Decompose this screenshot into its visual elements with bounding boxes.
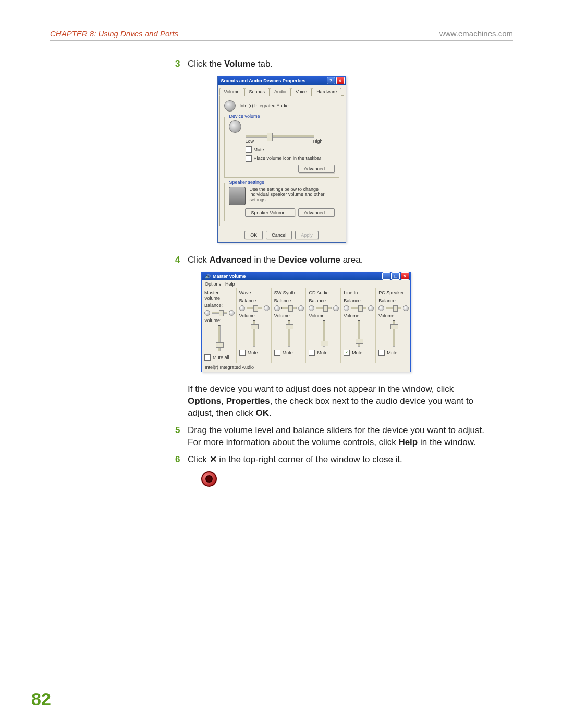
mixer-column: SW Synth Balance: Volume: Mute: [272, 288, 307, 363]
balance-slider[interactable]: [386, 307, 401, 309]
step-3-pre: Click the: [188, 59, 224, 69]
step-6-sym: ✕: [210, 454, 217, 464]
tab-hardware[interactable]: Hardware: [312, 88, 341, 96]
close-icon-2[interactable]: ×: [401, 272, 409, 280]
speaker-left-icon: [204, 310, 210, 316]
end-of-section-icon: [201, 471, 217, 487]
app-icon: 🔊: [205, 274, 211, 279]
step-5-b1: Help: [398, 437, 418, 447]
balance-slider[interactable]: [247, 307, 262, 309]
volume-slider[interactable]: [323, 320, 325, 347]
step-6-text: Click ✕ in the top-right corner of the w…: [188, 454, 402, 466]
note-b3: OK: [255, 408, 269, 418]
mute-label: Mute: [317, 350, 327, 355]
mute-label: Mute: [248, 350, 258, 355]
dialog2-title: Master Volume: [213, 274, 246, 279]
speaker-settings-legend: Speaker settings: [228, 180, 266, 185]
volume-label: Volume:: [274, 313, 304, 318]
tab-audio[interactable]: Audio: [270, 88, 291, 96]
mixer-column: Line In Balance: Volume: Mute: [341, 288, 376, 363]
apply-button[interactable]: Apply: [295, 231, 319, 239]
volume-slider[interactable]: [253, 320, 255, 347]
speaker-volume-button[interactable]: Speaker Volume...: [245, 208, 295, 217]
help-icon[interactable]: ?: [327, 77, 335, 84]
step-number-6: 6: [175, 454, 182, 466]
mute-checkbox[interactable]: Mute: [274, 350, 304, 356]
speaker-left-icon: [309, 305, 314, 311]
volume-slider[interactable]: [393, 320, 395, 347]
mute-checkbox[interactable]: Mute: [239, 350, 270, 356]
mute-label: Mute: [254, 147, 264, 152]
balance-label: Balance:: [239, 298, 270, 303]
step-note-text: If the device you want to adjust does no…: [188, 384, 488, 419]
volume-label: Volume:: [309, 313, 339, 318]
mute-label: Mute all: [213, 355, 229, 360]
menu-options[interactable]: Options: [205, 281, 221, 287]
mute-checkbox[interactable]: Mute: [309, 350, 339, 356]
balance-label: Balance:: [309, 298, 339, 303]
mute-checkbox[interactable]: Mute all: [204, 354, 235, 361]
mixer-column: PC Speaker Balance: Volume: Mute: [376, 288, 410, 363]
sounds-properties-dialog: Sounds and Audio Devices Properties ? × …: [217, 76, 346, 243]
device-advanced-button[interactable]: Advanced...: [298, 165, 335, 173]
ok-button[interactable]: OK: [244, 231, 263, 239]
mixer-column: Master Volume Balance: Volume: Mute all: [202, 288, 237, 363]
mixer-column: CD Audio Balance: Volume: Mute: [306, 288, 341, 363]
volume-icon: [224, 100, 236, 112]
note-b2: Properties: [226, 396, 270, 406]
volume-slider[interactable]: [218, 325, 221, 351]
page-number: 82: [31, 689, 51, 709]
speaker-right-icon: [229, 310, 235, 316]
device-name: Intel(r) Integrated Audio: [240, 103, 289, 108]
speaker-advanced-button[interactable]: Advanced...: [298, 208, 335, 217]
mixer-status: Intel(r) Integrated Audio: [202, 363, 410, 372]
balance-slider[interactable]: [212, 312, 227, 314]
speaker-right-icon: [333, 305, 339, 311]
balance-label: Balance:: [204, 303, 235, 308]
volume-label: Volume:: [378, 313, 409, 318]
mute-checkbox[interactable]: Mute: [344, 350, 374, 356]
step-4-mid: in the: [252, 255, 278, 265]
cancel-button[interactable]: Cancel: [266, 231, 292, 239]
note-pre: If the device you want to adjust does no…: [188, 384, 454, 394]
balance-label: Balance:: [274, 298, 304, 303]
mute-checkbox[interactable]: Mute: [246, 146, 335, 153]
speaker-left-icon: [344, 305, 349, 311]
slider-low-label: Low: [246, 139, 254, 144]
tab-sounds[interactable]: Sounds: [244, 88, 270, 96]
mixer-column: Wave Balance: Volume: Mute: [237, 288, 272, 363]
step-4-b2: Device volume: [278, 255, 340, 265]
speaker-icon: [229, 187, 246, 205]
mute-label: Mute: [387, 350, 397, 355]
device-volume-legend: Device volume: [228, 114, 262, 119]
close-icon[interactable]: ×: [336, 77, 345, 84]
speaker-left-icon: [378, 305, 384, 311]
step-3-post: tab.: [255, 59, 273, 69]
step-3-text: Click the Volume tab.: [188, 58, 273, 70]
maximize-icon[interactable]: [391, 272, 400, 280]
speaker-left-icon: [239, 305, 245, 311]
mute-checkbox[interactable]: Mute: [378, 350, 409, 356]
balance-slider[interactable]: [351, 307, 366, 309]
minimize-icon[interactable]: [382, 272, 390, 280]
volume-slider[interactable]: [288, 320, 290, 347]
tab-voice[interactable]: Voice: [291, 88, 312, 96]
balance-slider[interactable]: [316, 307, 332, 309]
channel-name: Wave: [239, 290, 270, 296]
header-rule: [50, 40, 513, 41]
taskbar-icon-label: Place volume icon in the taskbar: [254, 156, 322, 161]
device-volume-slider[interactable]: [246, 135, 314, 138]
volume-slider[interactable]: [358, 320, 360, 347]
menu-help[interactable]: Help: [225, 281, 235, 287]
volume-label: Volume:: [344, 313, 374, 318]
volume-label: Volume:: [239, 313, 270, 318]
note-c1: ,: [221, 396, 226, 406]
volume-label: Volume:: [204, 318, 235, 323]
speaker-desc: Use the settings below to change individ…: [250, 187, 335, 202]
speaker-right-icon: [403, 305, 409, 311]
balance-slider[interactable]: [282, 307, 297, 309]
tab-volume[interactable]: Volume: [219, 88, 244, 96]
channel-name: PC Speaker: [378, 290, 409, 296]
taskbar-icon-checkbox[interactable]: Place volume icon in the taskbar: [246, 155, 335, 162]
step-6-pre: Click: [188, 454, 210, 464]
